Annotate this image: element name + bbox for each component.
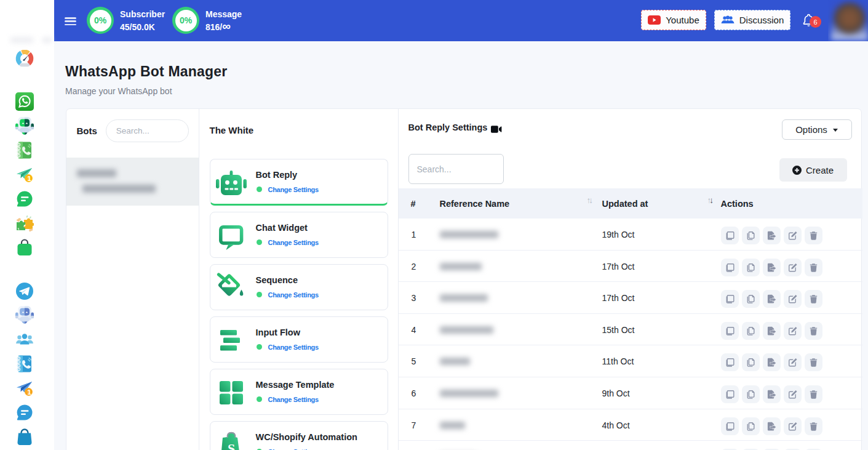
svg-text:1: 1 xyxy=(28,174,31,182)
svg-text:S: S xyxy=(228,441,235,450)
svg-text:1: 1 xyxy=(28,388,31,395)
